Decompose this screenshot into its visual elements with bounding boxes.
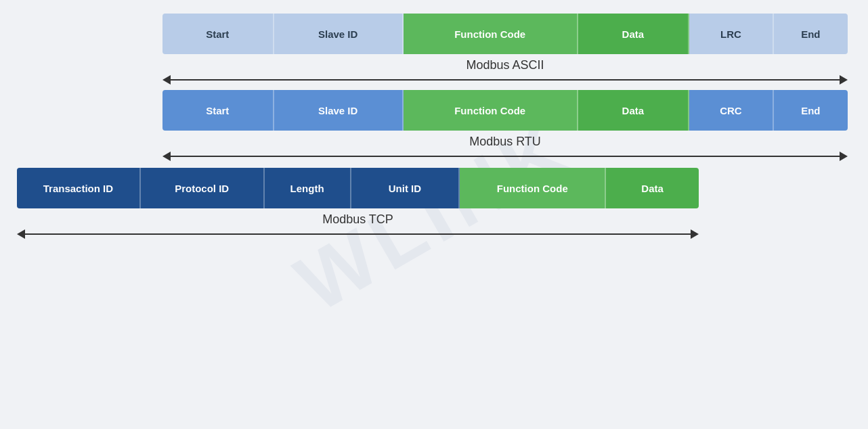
ascii-slave-cell: Slave ID	[274, 14, 404, 54]
ascii-frame-wrapper: Start Slave ID Function Code Data LRC En…	[162, 14, 848, 54]
ascii-arrow-shaft	[171, 79, 840, 81]
tcp-arrow-left	[17, 229, 25, 239]
rtu-arrow-container: Modbus RTU	[162, 135, 848, 161]
ascii-function-cell: Function Code	[404, 14, 578, 54]
ascii-arrow-left	[162, 75, 171, 85]
rtu-frame: Start Slave ID Function Code Data CRC En…	[162, 90, 848, 131]
rtu-arrow-left	[162, 152, 171, 161]
ascii-section: Start Slave ID Function Code Data LRC En…	[14, 14, 854, 85]
tcp-section: Transaction ID Protocol ID Length Unit I…	[14, 168, 854, 239]
rtu-crc-cell: CRC	[689, 90, 774, 131]
rtu-frame-wrapper: Start Slave ID Function Code Data CRC En…	[162, 90, 848, 131]
rtu-end-cell: End	[774, 90, 848, 131]
ascii-lrc-cell: LRC	[689, 14, 774, 54]
rtu-function-cell: Function Code	[404, 90, 578, 131]
tcp-function-cell: Function Code	[460, 168, 606, 208]
tcp-frame: Transaction ID Protocol ID Length Unit I…	[17, 168, 699, 208]
ascii-end-cell: End	[774, 14, 848, 54]
tcp-arrow-right	[691, 229, 699, 239]
tcp-data-cell: Data	[606, 168, 699, 208]
tcp-arrow-line	[17, 229, 699, 239]
tcp-protocol-cell: Protocol ID	[141, 168, 265, 208]
ascii-label: Modbus ASCII	[162, 58, 848, 72]
rtu-arrow-shaft	[171, 156, 840, 157]
rtu-data-cell: Data	[578, 90, 690, 131]
ascii-frame: Start Slave ID Function Code Data LRC En…	[162, 14, 848, 54]
tcp-label: Modbus TCP	[17, 212, 699, 227]
tcp-arrow-shaft	[25, 233, 691, 235]
ascii-data-cell: Data	[578, 14, 690, 54]
tcp-transaction-cell: Transaction ID	[17, 168, 141, 208]
ascii-arrow-line	[162, 75, 848, 85]
ascii-start-cell: Start	[162, 14, 274, 54]
rtu-arrow-line	[162, 152, 848, 161]
tcp-length-cell: Length	[265, 168, 351, 208]
rtu-label: Modbus RTU	[162, 135, 848, 149]
tcp-unit-cell: Unit ID	[351, 168, 460, 208]
rtu-start-cell: Start	[162, 90, 274, 131]
main-content: Start Slave ID Function Code Data LRC En…	[0, 0, 868, 252]
rtu-section: Start Slave ID Function Code Data CRC En…	[14, 90, 854, 161]
tcp-arrow-container: Modbus TCP	[17, 212, 699, 239]
tcp-frame-wrapper: Transaction ID Protocol ID Length Unit I…	[17, 168, 699, 208]
rtu-arrow-right	[840, 152, 848, 161]
ascii-arrow-container: Modbus ASCII	[162, 58, 848, 85]
ascii-arrow-right	[840, 75, 848, 85]
rtu-slave-cell: Slave ID	[274, 90, 404, 131]
